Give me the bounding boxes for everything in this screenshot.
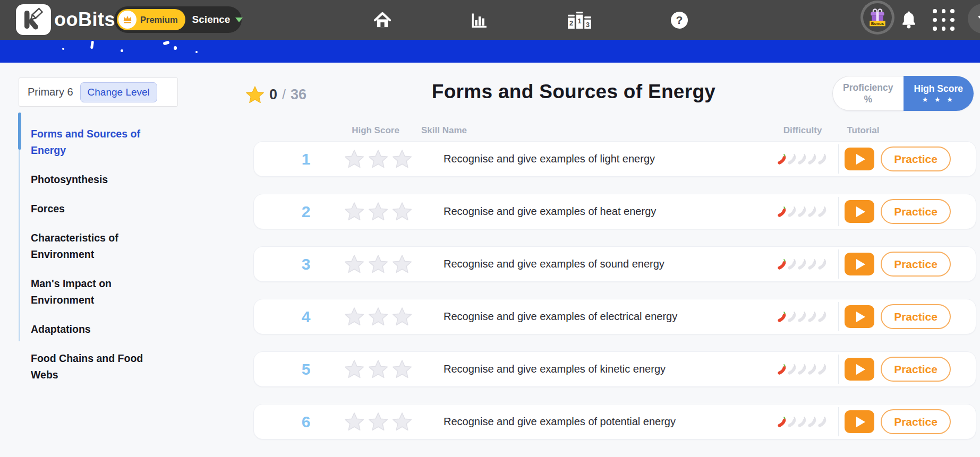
row-divider (838, 407, 839, 436)
score-separator: / (282, 87, 286, 102)
header-high-score: High Score (338, 125, 413, 136)
header-tutorial: Tutorial (826, 125, 900, 136)
sidebar-topic-item[interactable]: Forms and Sources of Energy (19, 126, 169, 159)
sidebar-item-label: Man's Impact on Environment (31, 278, 112, 306)
chili-icon (818, 153, 827, 165)
chili-icon (808, 153, 817, 165)
star-icon (344, 359, 364, 378)
practice-button[interactable]: Practice (881, 304, 951, 329)
practice-button[interactable]: Practice (881, 357, 951, 382)
sidebar-topic-list: Forms and Sources of Energy Photosynthes… (19, 113, 178, 396)
star-icon (368, 202, 388, 221)
sidebar-topic-item[interactable]: Food Chains and Food Webs (19, 350, 169, 383)
row-divider (838, 144, 839, 174)
podium-icon: 2 1 3 (567, 11, 592, 29)
star-icon (368, 412, 388, 431)
star-icon (392, 202, 412, 221)
skill-name: Recognise and give examples of kinetic e… (444, 352, 666, 386)
difficulty-chilis (778, 311, 827, 322)
tutorial-play-button[interactable] (845, 358, 874, 381)
star-icon (368, 359, 388, 378)
expand-menu-button[interactable] (968, 4, 980, 33)
chevron-down-icon (976, 12, 980, 25)
star-icon (344, 254, 364, 273)
sidebar-topic-item[interactable]: Man's Impact on Environment (19, 275, 169, 308)
tutorial-play-button[interactable] (845, 200, 874, 223)
chili-icon (808, 206, 817, 217)
chili-icon (778, 206, 787, 217)
practice-button[interactable]: Practice (881, 146, 951, 171)
chili-icon (788, 153, 797, 165)
sidebar-item-label: Food Chains and Food Webs (31, 352, 143, 381)
notifications-button[interactable] (899, 9, 920, 31)
home-icon (372, 10, 393, 30)
skill-name: Recognise and give examples of electrica… (444, 299, 677, 334)
chili-icon (818, 258, 827, 270)
star-icon (392, 307, 412, 326)
toggle-proficiency[interactable]: Proficiency % (832, 76, 904, 111)
skill-name: Recognise and give examples of sound ene… (444, 247, 664, 281)
premium-badge: Premium (117, 9, 185, 30)
sidebar-item-label: Forms and Sources of Energy (31, 128, 140, 156)
chili-icon (788, 416, 797, 427)
tutorial-play-button[interactable] (845, 148, 874, 170)
chili-icon (798, 153, 807, 165)
bell-icon (899, 9, 919, 30)
practice-button[interactable]: Practice (881, 199, 951, 224)
difficulty-chilis (778, 153, 827, 165)
score-earned: 0 (269, 87, 277, 103)
star-icon (368, 254, 388, 273)
row-divider (838, 355, 839, 384)
skill-row: 4 Recognise and give examples of electri… (253, 299, 976, 334)
home-nav-button[interactable] (371, 0, 394, 40)
svg-text:Bonus: Bonus (871, 21, 884, 26)
practice-button[interactable]: Practice (881, 252, 951, 277)
chili-icon (808, 364, 817, 375)
chili-icon (778, 364, 787, 375)
skill-number: 3 (294, 247, 318, 281)
skills-rows: 1 Recognise and give examples of light e… (253, 141, 976, 439)
practice-button[interactable]: Practice (881, 409, 951, 434)
skill-row: 3 Recognise and give examples of sound e… (253, 246, 976, 282)
apps-grid-button[interactable] (933, 9, 955, 31)
tutorial-play-button[interactable] (845, 305, 874, 328)
koobits-app: ooBits Premium Science (0, 0, 980, 457)
change-level-button[interactable]: Change Level (80, 82, 157, 102)
svg-text:2: 2 (569, 20, 573, 27)
score-summary: 0 / 36 (245, 84, 306, 105)
avatar[interactable]: Bonus (860, 1, 894, 35)
help-nav-button[interactable]: ? (670, 0, 689, 40)
koobits-logo[interactable]: ooBits (16, 4, 115, 35)
sidebar-topic-item[interactable]: Adaptations (19, 321, 169, 338)
star-icon (344, 149, 364, 168)
chili-icon (788, 258, 797, 270)
reports-nav-button[interactable] (467, 0, 491, 40)
tutorial-play-button[interactable] (845, 410, 874, 433)
subject-label: Science (192, 14, 231, 25)
skills-table: High Score Skill Name Difficulty Tutoria… (253, 125, 976, 456)
bar-chart-icon (470, 11, 489, 30)
leaderboard-nav-button[interactable]: 2 1 3 (567, 0, 592, 40)
play-icon (856, 417, 865, 427)
difficulty-chilis (778, 364, 827, 375)
chili-icon (808, 311, 817, 322)
question-mark-icon: ? (671, 12, 688, 29)
blue-banner (0, 40, 980, 63)
skill-row: 6 Recognise and give examples of potenti… (253, 404, 976, 439)
chili-icon (778, 416, 787, 427)
sidebar-topic-item[interactable]: Characteristics of Environment (19, 230, 169, 263)
skill-name: Recognise and give examples of light ene… (444, 142, 655, 176)
toggle-high-score[interactable]: High Score ★ ★ ★ (904, 76, 974, 111)
skill-row: 1 Recognise and give examples of light e… (253, 141, 976, 177)
subject-selector[interactable]: Premium Science (114, 6, 242, 33)
high-score-stars (344, 202, 412, 221)
sidebar-topic-item[interactable]: Forces (19, 201, 169, 217)
difficulty-chilis (778, 206, 827, 217)
sidebar-topic-item[interactable]: Photosynthesis (19, 171, 169, 188)
skill-row: 2 Recognise and give examples of heat en… (253, 194, 976, 229)
star-icon (344, 307, 364, 326)
chili-icon (818, 206, 827, 217)
tutorial-play-button[interactable] (845, 253, 874, 275)
play-icon (856, 312, 865, 322)
skill-number: 1 (294, 142, 318, 176)
